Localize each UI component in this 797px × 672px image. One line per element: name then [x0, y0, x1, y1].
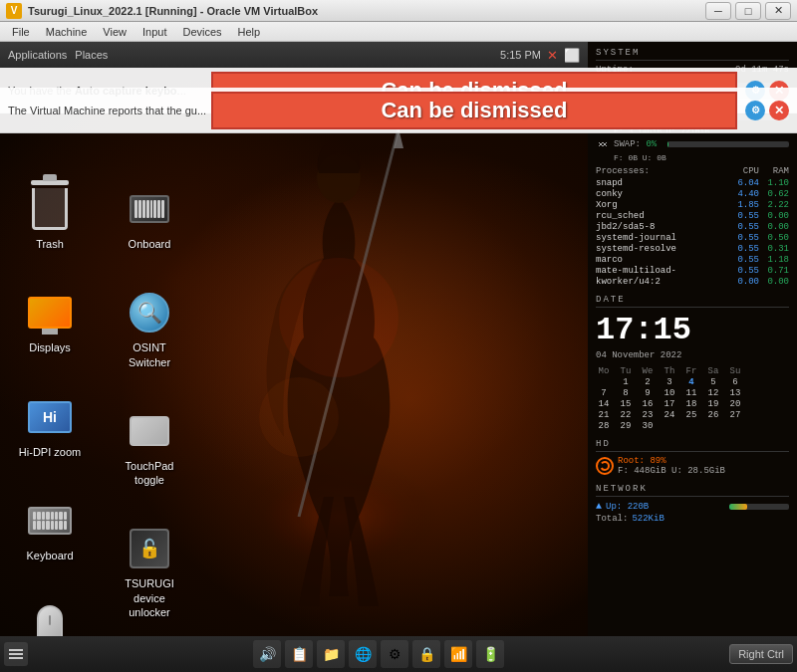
- proc-cpu: 6.04: [729, 178, 759, 188]
- proc-cpu: 0.55: [729, 255, 759, 265]
- network-section: NETWORK ▲ Up: 220B Total: 522KiB: [596, 484, 789, 524]
- swap-bar: [667, 141, 789, 147]
- maximize-button[interactable]: □: [735, 2, 761, 20]
- hd-row-root: Root: 89% F: 448GiB U: 28.5GiB: [596, 456, 789, 476]
- menu-help[interactable]: Help: [230, 24, 269, 40]
- notif-2-left-text: The Virtual Machine reports that the gu.…: [8, 105, 207, 116]
- desktop-icon-hidpi[interactable]: Hi Hi-DPI zoom: [10, 389, 90, 463]
- process-row: rcu_sched0.550.00: [596, 211, 789, 221]
- desktop-icon-keyboard[interactable]: Keyboard: [10, 493, 90, 566]
- window-title: Tsurugi_Linux_2022.1 [Running] - Oracle …: [28, 5, 318, 17]
- svg-point-4: [279, 258, 398, 377]
- hd-root-info: Root: 89% F: 448GiB U: 28.5GiB: [618, 456, 789, 476]
- menu-machine[interactable]: Machine: [38, 24, 96, 40]
- onboard-icon-label: Onboard: [129, 237, 171, 251]
- desktop-icon-tsurugi[interactable]: 🔓 TSURUGIdeviceunlocker: [110, 521, 189, 623]
- desktop-icon-trash[interactable]: Trash: [10, 181, 90, 255]
- proc-cpu: 0.00: [729, 277, 759, 287]
- minimize-button[interactable]: ─: [705, 2, 731, 20]
- cal-header: We: [640, 366, 656, 376]
- taskbar-icon-network[interactable]: 🌐: [349, 640, 377, 668]
- title-bar: V Tsurugi_Linux_2022.1 [Running] - Oracl…: [0, 0, 797, 22]
- right-ctrl-button[interactable]: Right Ctrl: [729, 644, 793, 664]
- proc-ram: 1.18: [759, 255, 789, 265]
- notif-2-banner: Can be dismissed: [211, 92, 737, 129]
- cal-header: Mo: [596, 366, 612, 376]
- menu-input[interactable]: Input: [134, 24, 174, 40]
- cal-header: Sa: [705, 366, 721, 376]
- window-controls: ─ □ ✕: [705, 2, 791, 20]
- process-row: marco0.551.18: [596, 255, 789, 265]
- proc-ram: 0.62: [759, 189, 789, 199]
- cal-day: 15: [618, 399, 634, 409]
- network-up-icon: ▲: [596, 501, 602, 512]
- touchpad-icon-label: TouchPadtoggle: [126, 459, 174, 488]
- proc-ram: 2.22: [759, 200, 789, 210]
- proc-name: systemd-journal: [596, 233, 729, 243]
- cal-day: 21: [596, 410, 612, 420]
- notification-area: You have the Auto capture keybo... Can b…: [0, 42, 797, 133]
- proc-cpu: 0.55: [729, 233, 759, 243]
- cal-day: 28: [596, 421, 612, 431]
- proc-col-ram: RAM: [759, 166, 789, 176]
- desktop-icon-onboard[interactable]: Onboard: [110, 181, 189, 255]
- taskbar-icon-audio[interactable]: 🔊: [253, 640, 281, 668]
- tsurugi-icon-label: TSURUGIdeviceunlocker: [125, 576, 174, 619]
- menu-view[interactable]: View: [95, 24, 134, 40]
- desktop-icon-osint[interactable]: OSINTSwitcher: [110, 285, 189, 373]
- processes-list: snapd6.041.10conky4.400.62Xorg1.852.22rc…: [596, 178, 789, 287]
- taskbar-icon-settings[interactable]: ⚙: [381, 640, 408, 668]
- cal-day: 7: [596, 388, 612, 398]
- notif-2-settings-button[interactable]: ⚙: [745, 101, 765, 120]
- process-row: snapd6.041.10: [596, 178, 789, 188]
- taskbar-icon-wifi[interactable]: 📶: [444, 640, 472, 668]
- swap-label: SWAP: 0%: [614, 139, 664, 149]
- network-up-label: Up: 220B: [606, 502, 725, 512]
- network-section-label: NETWORK: [596, 484, 789, 497]
- notif-2-controls: ⚙ ✕: [745, 101, 789, 120]
- proc-name: mate-multiload-: [596, 266, 729, 276]
- app-icon: V: [6, 3, 22, 19]
- date-section-label: DATE: [596, 295, 789, 308]
- proc-cpu: 0.55: [729, 266, 759, 276]
- proc-ram: 0.31: [759, 244, 789, 254]
- hd-section: HD Root: 89% F: 448GiB U: 28.5GiB: [596, 439, 789, 476]
- svg-rect-18: [9, 657, 23, 659]
- process-row: systemd-resolve0.550.31: [596, 244, 789, 254]
- taskbar-icon-files[interactable]: 📁: [317, 640, 345, 668]
- warrior-silhouette: [199, 118, 478, 636]
- proc-ram: 0.00: [759, 277, 789, 287]
- date-display: 04 November 2022: [596, 350, 789, 360]
- taskbar-icon-security[interactable]: 🔒: [412, 640, 440, 668]
- date-section: DATE 17:15 04 November 2022 MoTuWeThFrSa…: [596, 295, 789, 431]
- taskbar-icon-clipboard[interactable]: 📋: [285, 640, 313, 668]
- desktop-icon-touchpad[interactable]: TouchPadtoggle: [110, 403, 189, 492]
- desktop-icon-mouse-keys[interactable]: Mouse keysswitch: [10, 596, 90, 636]
- proc-ram: 0.50: [759, 233, 789, 243]
- proc-ram: 0.00: [759, 222, 789, 232]
- cal-day: 2: [640, 377, 656, 387]
- cal-day: 13: [727, 388, 743, 398]
- cal-day: 11: [683, 388, 699, 398]
- menu-file[interactable]: File: [4, 24, 38, 40]
- cal-day: 1: [618, 377, 634, 387]
- menu-bar: File Machine View Input Devices Help: [0, 22, 797, 42]
- menu-devices[interactable]: Devices: [174, 24, 229, 40]
- hd-circle-icon: [596, 457, 614, 475]
- desktop-icons-col2: Onboard OSINTSwitcher TouchPadtoggle 🔓 T…: [110, 181, 189, 623]
- proc-name: conky: [596, 189, 729, 199]
- cal-day: 9: [640, 388, 656, 398]
- process-row: conky4.400.62: [596, 189, 789, 199]
- taskbar-icon-power[interactable]: 🔋: [476, 640, 504, 668]
- cal-header: Th: [662, 366, 677, 376]
- close-button[interactable]: ✕: [765, 2, 791, 20]
- proc-ram: 1.10: [759, 178, 789, 188]
- notif-2-dismiss-button[interactable]: ✕: [769, 101, 789, 120]
- swap-value: 0%: [646, 139, 657, 149]
- taskbar-app-menu[interactable]: [4, 642, 28, 666]
- swap-detail: F: 0B U: 0B: [596, 153, 789, 162]
- cal-day: 12: [705, 388, 721, 398]
- cal-day: [683, 421, 699, 431]
- svg-rect-16: [9, 649, 23, 651]
- desktop-icon-displays[interactable]: Displays: [10, 285, 90, 358]
